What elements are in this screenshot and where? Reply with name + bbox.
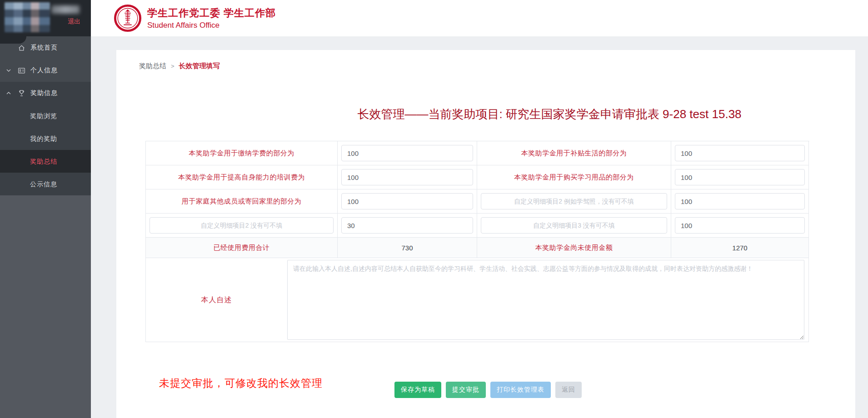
personal-statement-textarea[interactable] [287, 260, 804, 340]
field-label: 本奖助学金用于提高自身能力的培训费为 [178, 173, 305, 182]
custom-item3-amount-input[interactable] [675, 217, 805, 234]
sidebar-item-label: 个人信息 [30, 66, 58, 75]
avatar [5, 2, 50, 32]
university-seal-logo [114, 4, 142, 32]
id-card-icon [18, 67, 25, 75]
long-term-management-form: 本奖助学金用于缴纳学费的部分为 本奖助学金用于补贴生活的部分为 本奖助学金用于提… [145, 141, 809, 342]
org-title-en: Student Affairs Office [147, 21, 276, 30]
breadcrumb-parent[interactable]: 奖助总结 [139, 62, 166, 70]
training-fee-input[interactable] [341, 169, 473, 185]
user-name-redacted [51, 5, 80, 14]
sidebar-subitem-public-info[interactable]: 公示信息 [0, 173, 91, 195]
breadcrumb: 奖助总结>长效管理填写 [139, 62, 220, 70]
unused-amount-value: 1270 [671, 238, 809, 258]
sidebar-item-label: 系统首页 [30, 44, 58, 52]
awards-submenu: 奖助浏览 我的奖助 奖助总结 公示信息 [0, 104, 91, 195]
living-portion-input[interactable] [675, 145, 805, 161]
sidebar-subitem-award-summary[interactable]: 奖助总结 [0, 150, 91, 173]
save-draft-button[interactable]: 保存为草稿 [394, 382, 441, 398]
sidebar-subitem-my-awards[interactable]: 我的奖助 [0, 127, 91, 150]
back-button[interactable]: 返回 [555, 382, 582, 398]
field-label: 本奖助学金用于补贴生活的部分为 [521, 149, 627, 158]
logout-link[interactable]: 退出 [51, 18, 80, 26]
home-icon [18, 44, 25, 52]
page-title: 长效管理——当前奖助项目: 研究生国家奖学金申请审批表 9-28 test 15… [116, 106, 855, 122]
custom-item3-name-input[interactable] [481, 217, 667, 234]
action-bar: 保存为草稿 提交审批 打印长效管理表 返回 [394, 382, 582, 398]
study-supplies-input[interactable] [675, 169, 805, 185]
sidebar-item-label: 奖助信息 [30, 89, 58, 97]
print-form-button[interactable]: 打印长效管理表 [490, 382, 551, 398]
field-label: 本奖助学金用于缴纳学费的部分为 [189, 149, 294, 158]
family-support-input[interactable] [341, 193, 473, 209]
custom-item2-amount-input[interactable] [675, 193, 805, 209]
submit-approval-button[interactable]: 提交审批 [446, 382, 486, 398]
status-notice: 未提交审批，可修改我的长效管理 [159, 376, 323, 390]
breadcrumb-separator: > [171, 63, 175, 70]
sidebar-subitem-award-browse[interactable]: 奖助浏览 [0, 104, 91, 127]
used-total-value: 730 [338, 238, 477, 258]
content-card: 奖助总结>长效管理填写 长效管理——当前奖助项目: 研究生国家奖学金申请审批表 … [116, 50, 855, 418]
sidebar-item-awards[interactable]: 奖助信息 [0, 82, 91, 104]
field-label: 本奖助学金用于购买学习用品的部分为 [514, 173, 634, 182]
sidebar: 退出 系统首页 个人信息 奖助信息 [0, 0, 91, 418]
custom-item2-name-input[interactable] [481, 193, 667, 209]
custom-item2b-amount-input[interactable] [341, 217, 473, 234]
field-label: 本人自述 [201, 295, 232, 305]
sidebar-menu: 系统首页 个人信息 奖助信息 奖助浏览 我的奖助 奖助总结 公示信息 [0, 36, 91, 195]
org-title-cn: 学生工作党工委 学生工作部 [147, 6, 276, 20]
brand-block: 学生工作党工委 学生工作部 Student Affairs Office [147, 6, 276, 30]
award-icon [18, 90, 25, 97]
app-header: 学生工作党工委 学生工作部 Student Affairs Office [91, 0, 868, 36]
user-panel: 退出 [0, 0, 91, 36]
chevron-up-icon [5, 92, 12, 95]
breadcrumb-current: 长效管理填写 [179, 62, 220, 70]
sidebar-item-profile[interactable]: 个人信息 [0, 59, 91, 82]
tuition-portion-input[interactable] [341, 145, 473, 161]
field-label: 已经使用费用合计 [214, 244, 270, 252]
field-label: 用于家庭其他成员或寄回家里的部分为 [182, 197, 302, 206]
chevron-down-icon [5, 69, 12, 72]
field-label: 本奖助学金尚未使用金额 [535, 244, 613, 252]
page-body: 奖助总结>长效管理填写 长效管理——当前奖助项目: 研究生国家奖学金申请审批表 … [91, 36, 868, 418]
custom-item2b-name-input[interactable] [150, 217, 334, 234]
sidebar-background [0, 195, 91, 418]
